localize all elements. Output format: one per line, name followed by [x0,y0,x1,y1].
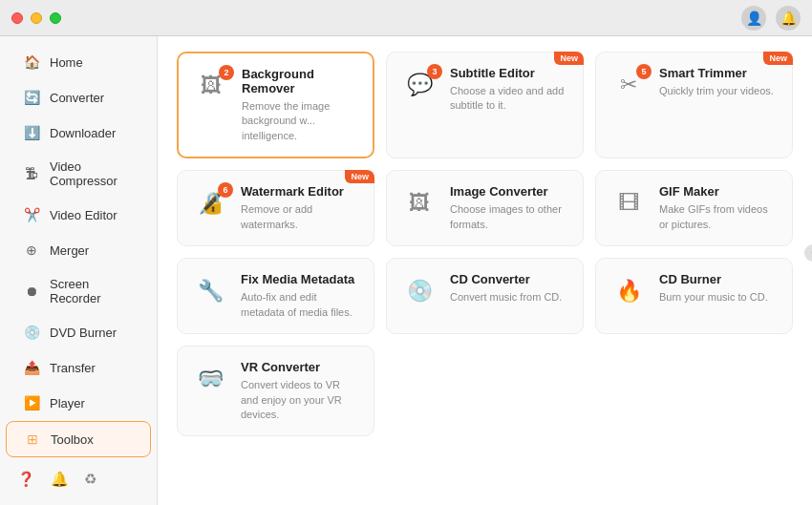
notification-icon[interactable]: 🔔 [776,6,801,31]
tool-desc-gif-maker: Make GIFs from videos or pictures. [659,202,779,232]
main-content: 🖼 2 Background Remover Remove the image … [158,36,812,505]
tool-title-cd-burner: CD Burner [659,272,779,286]
sidebar-label-toolbox: Toolbox [51,432,94,447]
tool-desc-background-remover: Remove the image background w... intelli… [242,99,359,143]
tool-card-fix-media-metadata[interactable]: 🔧 Fix Media Metadata Auto-fix and edit m… [177,258,374,334]
tool-title-smart-trimmer: Smart Trimmer [659,66,779,80]
tool-card-smart-trimmer[interactable]: New ✂ 5 Smart Trimmer Quickly trim your … [595,52,793,158]
sidebar-label-dvd-burner: DVD Burner [50,326,117,340]
tool-card-watermark-editor[interactable]: New 🔏 6 Watermark Editor Remove or add w… [177,170,374,246]
tool-icon-smart-trimmer: ✂ 5 [609,66,648,104]
sidebar-label-video-editor: Video Editor [50,208,118,222]
tool-icon-vr-converter: 🥽 [191,360,229,398]
tool-card-vr-converter[interactable]: 🥽 VR Converter Convert videos to VR and … [177,346,374,436]
sidebar-icon-video-editor: ✂️ [23,206,40,223]
tool-text-image-converter: Image Converter Choose images to other f… [450,184,569,232]
close-button[interactable] [11,12,23,24]
tool-desc-subtitle-editor: Choose a video and add subtitle to it. [450,84,569,114]
sidebar-item-video-editor[interactable]: ✂️ Video Editor [6,198,151,232]
tool-icon-cd-converter: 💿 [400,272,438,310]
tool-card-cd-burner[interactable]: 🔥 CD Burner Burn your music to CD. [595,258,793,334]
sidebar-item-home[interactable]: 🏠 Home [6,45,151,79]
tool-card-cd-converter[interactable]: 💿 CD Converter Convert music from CD. [386,258,584,334]
sync-icon[interactable]: ♻ [84,471,96,488]
sidebar-item-transfer[interactable]: 📤 Transfer [6,350,151,385]
tool-icon-fix-media-metadata: 🔧 [191,272,229,310]
tool-text-watermark-editor: Watermark Editor Remove or add watermark… [241,184,360,232]
tool-grid: 🖼 2 Background Remover Remove the image … [177,52,793,436]
sidebar-item-screen-recorder[interactable]: ⏺ Screen Recorder [6,268,151,314]
minimize-button[interactable] [31,12,42,24]
sidebar-item-merger[interactable]: ⊕ Merger [6,233,151,267]
tool-desc-smart-trimmer: Quickly trim your videos. [659,84,779,98]
tool-card-gif-maker[interactable]: 🎞 GIF Maker Make GIFs from videos or pic… [595,170,793,246]
tool-icon-image-converter: 🖼 [400,184,438,222]
sidebar-item-dvd-burner[interactable]: 💿 DVD Burner [6,315,151,349]
sidebar-icon-merger: ⊕ [23,242,40,259]
sidebar-icon-home: 🏠 [23,53,40,71]
tool-icon-background-remover: 🖼 2 [192,67,230,105]
tool-badge-background-remover: 2 [219,65,234,80]
sidebar-icon-downloader: ⬇️ [23,124,40,141]
sidebar-item-toolbox[interactable]: ⊞ Toolbox [6,421,151,457]
new-badge-smart-trimmer: New [763,52,793,65]
tool-title-cd-converter: CD Converter [450,272,569,286]
help-icon[interactable]: ❓ [17,471,35,488]
sidebar-item-downloader[interactable]: ⬇️ Downloader [6,116,151,150]
sidebar-icon-dvd-burner: 💿 [23,324,40,341]
sidebar-icon-player: ▶️ [23,394,40,411]
sidebar-bottom: ❓ 🔔 ♻ [0,461,157,497]
sidebar-label-screen-recorder: Screen Recorder [50,277,134,305]
sidebar-label-home: Home [50,55,83,70]
sidebar-icon-toolbox: ⊞ [24,431,41,448]
tool-badge-subtitle-editor: 3 [427,64,442,79]
tool-text-cd-burner: CD Burner Burn your music to CD. [659,272,779,305]
title-bar-icons: 👤 🔔 [741,6,801,31]
sidebar-item-video-compressor[interactable]: 🗜 Video Compressor [6,151,151,197]
tool-desc-fix-media-metadata: Auto-fix and edit metadata of media file… [241,290,360,320]
sidebar-item-player[interactable]: ▶️ Player [6,386,151,420]
tool-title-watermark-editor: Watermark Editor [241,184,360,199]
title-bar: 👤 🔔 [0,0,812,36]
sidebar-label-player: Player [50,396,85,410]
sidebar-icon-screen-recorder: ⏺ [23,283,40,300]
sidebar-label-converter: Converter [50,91,104,105]
tool-desc-image-converter: Choose images to other formats. [450,202,569,232]
tool-card-image-converter[interactable]: 🖼 Image Converter Choose images to other… [386,170,584,246]
tool-text-vr-converter: VR Converter Convert videos to VR and en… [241,360,360,422]
tool-desc-cd-burner: Burn your music to CD. [659,290,779,305]
tool-text-subtitle-editor: Subtitle Editor Choose a video and add s… [450,66,569,114]
window-controls[interactable] [11,12,61,24]
alerts-icon[interactable]: 🔔 [51,471,69,488]
tool-title-fix-media-metadata: Fix Media Metadata [241,272,360,286]
tool-text-fix-media-metadata: Fix Media Metadata Auto-fix and edit met… [241,272,360,320]
sidebar-icon-video-compressor: 🗜 [23,165,40,182]
tool-text-background-remover: Background Remover Remove the image back… [242,67,359,143]
sidebar-icon-transfer: 📤 [23,359,40,376]
new-badge-subtitle-editor: New [554,52,584,65]
tool-icon-subtitle-editor: 💬 3 [400,66,438,104]
tool-title-background-remover: Background Remover [242,67,359,95]
tool-desc-cd-converter: Convert music from CD. [450,290,569,305]
new-badge-watermark-editor: New [345,170,374,183]
tool-text-gif-maker: GIF Maker Make GIFs from videos or pictu… [659,184,779,232]
sidebar-icon-converter: 🔄 [23,89,40,106]
tool-card-subtitle-editor[interactable]: New 💬 3 Subtitle Editor Choose a video a… [386,52,584,158]
app-body: 🏠 Home 🔄 Converter ⬇️ Downloader 🗜 Video… [0,36,812,505]
sidebar-item-converter[interactable]: 🔄 Converter [6,80,151,115]
tool-text-cd-converter: CD Converter Convert music from CD. [450,272,569,305]
sidebar-label-video-compressor: Video Compressor [50,159,134,188]
tool-badge-watermark-editor: 6 [218,182,233,198]
tool-desc-watermark-editor: Remove or add watermarks. [241,202,360,232]
tool-title-vr-converter: VR Converter [241,360,360,374]
maximize-button[interactable] [50,12,61,24]
tool-icon-watermark-editor: 🔏 6 [191,184,229,222]
tool-desc-vr-converter: Convert videos to VR and enjoy on your V… [241,378,360,422]
sidebar-label-merger: Merger [50,243,89,258]
user-avatar-icon[interactable]: 👤 [741,6,766,31]
tool-card-background-remover[interactable]: 🖼 2 Background Remover Remove the image … [177,52,374,158]
tool-badge-smart-trimmer: 5 [636,64,652,79]
tool-icon-cd-burner: 🔥 [609,272,648,310]
tool-title-gif-maker: GIF Maker [659,184,779,199]
sidebar: 🏠 Home 🔄 Converter ⬇️ Downloader 🗜 Video… [0,36,158,505]
